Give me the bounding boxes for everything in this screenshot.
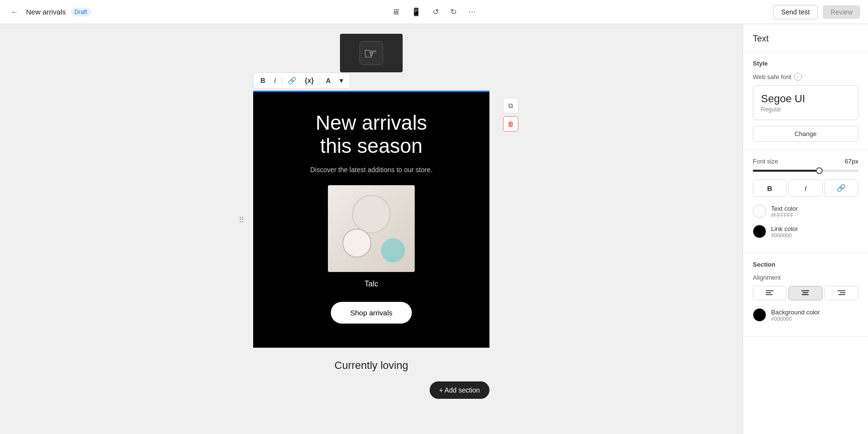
text-color-labels: Text color #FFFFFF bbox=[771, 205, 798, 218]
align-right-button[interactable] bbox=[825, 286, 858, 300]
text-color-label: Text color bbox=[771, 205, 798, 212]
currently-loving-text: Currently loving bbox=[253, 348, 489, 378]
canvas-area: ☞ B I 🔗 {x} A ▾ ⠿ ⧉ bbox=[0, 24, 743, 434]
align-left-icon bbox=[766, 290, 773, 296]
web-safe-row: Web safe font i bbox=[753, 73, 858, 81]
align-center-button[interactable] bbox=[788, 286, 822, 300]
draft-badge: Draft bbox=[71, 8, 91, 16]
format-toolbar: B I 🔗 {x} A ▾ bbox=[253, 72, 350, 89]
logo-block: ☞ bbox=[340, 34, 403, 72]
align-center-icon bbox=[801, 290, 809, 296]
right-panel: Text Style Web safe font i Segoe UI Regu… bbox=[743, 24, 868, 434]
font-size-slider-thumb[interactable] bbox=[816, 167, 823, 174]
desktop-view-button[interactable]: 🖥 bbox=[389, 6, 403, 18]
bg-color-labels: Background color #000000 bbox=[771, 309, 820, 322]
font-size-label: Font size bbox=[753, 158, 778, 165]
product-image[interactable] bbox=[328, 185, 415, 272]
svg-rect-10 bbox=[839, 294, 845, 295]
font-style: Regular bbox=[761, 106, 850, 113]
email-content-section: ⠿ ⧉ 🗑 New arrivals this season Discover … bbox=[253, 91, 489, 348]
topbar-right: Send test Review bbox=[485, 5, 860, 19]
change-font-button[interactable]: Change bbox=[753, 126, 858, 142]
style-label: Style bbox=[753, 60, 858, 67]
align-left-button[interactable] bbox=[753, 286, 787, 300]
more-format-button[interactable]: ▾ bbox=[336, 75, 347, 86]
document-title: New arrivals bbox=[26, 8, 66, 16]
topbar: ← New arrivals Draft 🖥 📱 ↺ ↻ ⋯ Send test… bbox=[0, 0, 868, 24]
toolbar-divider bbox=[282, 76, 282, 85]
product-name: Talc bbox=[268, 280, 475, 288]
svg-rect-5 bbox=[801, 290, 809, 291]
link-button[interactable]: 🔗 bbox=[825, 179, 858, 197]
redo-button[interactable]: ↻ bbox=[448, 5, 460, 18]
svg-rect-2 bbox=[766, 290, 773, 291]
send-test-button[interactable]: Send test bbox=[773, 5, 818, 19]
italic-button[interactable]: I bbox=[788, 179, 822, 197]
font-name: Segoe UI bbox=[761, 93, 850, 105]
link-color-hex: #000000 bbox=[771, 232, 798, 238]
logo-icon: ☞ bbox=[359, 41, 384, 66]
alignment-row bbox=[753, 286, 858, 300]
email-subtext: Discover the latest additions to our sto… bbox=[268, 166, 475, 174]
link-format-button[interactable]: 🔗 bbox=[284, 75, 300, 86]
product-visual bbox=[328, 185, 415, 272]
align-right-icon bbox=[838, 290, 845, 296]
bg-color-swatch[interactable] bbox=[753, 308, 766, 322]
link-color-row: Link color #000000 bbox=[753, 225, 858, 238]
shop-arrivals-button[interactable]: Shop arrivals bbox=[331, 302, 412, 324]
font-size-slider-fill bbox=[753, 170, 818, 172]
svg-rect-7 bbox=[802, 294, 809, 295]
product-circle-1 bbox=[352, 195, 391, 233]
more-options-button[interactable]: ⋯ bbox=[465, 5, 479, 18]
text-color-row: Text color #FFFFFF bbox=[753, 204, 858, 218]
link-color-swatch[interactable] bbox=[753, 225, 766, 238]
svg-rect-3 bbox=[766, 292, 771, 293]
bg-color-hex: #000000 bbox=[771, 316, 820, 322]
text-color-swatch[interactable] bbox=[753, 204, 766, 218]
bold-format-button[interactable]: B bbox=[257, 75, 269, 86]
mobile-view-button[interactable]: 📱 bbox=[408, 5, 424, 18]
info-icon[interactable]: i bbox=[794, 73, 802, 81]
font-size-slider-track bbox=[753, 170, 858, 172]
product-accent bbox=[381, 238, 405, 262]
bg-color-row: Background color #000000 bbox=[753, 308, 858, 322]
style-section: Style Web safe font i Segoe UI Regular C… bbox=[743, 52, 868, 150]
svg-rect-6 bbox=[803, 292, 808, 293]
color-format-button[interactable]: A bbox=[322, 75, 335, 86]
toolbar-divider-2 bbox=[320, 76, 320, 85]
svg-rect-8 bbox=[838, 290, 845, 291]
font-size-row: Font size 67px bbox=[753, 158, 858, 165]
add-section-bar: + Add section bbox=[253, 381, 489, 399]
topbar-left: ← New arrivals Draft bbox=[8, 6, 383, 18]
email-header: ☞ bbox=[253, 34, 489, 72]
duplicate-section-button[interactable]: ⧉ bbox=[503, 98, 518, 113]
alignment-label: Alignment bbox=[753, 274, 781, 281]
italic-format-button[interactable]: I bbox=[270, 75, 280, 86]
back-button[interactable]: ← bbox=[8, 6, 21, 18]
topbar-center: 🖥 📱 ↺ ↻ ⋯ bbox=[389, 5, 479, 18]
link-color-labels: Link color #000000 bbox=[771, 225, 798, 238]
email-preview: ☞ B I 🔗 {x} A ▾ ⠿ ⧉ bbox=[253, 34, 489, 399]
svg-rect-9 bbox=[840, 292, 845, 293]
section-drag-handle[interactable]: ⠿ bbox=[239, 215, 244, 224]
text-color-hex: #FFFFFF bbox=[771, 212, 798, 218]
section-panel-section: Section Alignment Background colo bbox=[743, 253, 868, 337]
font-display-card: Segoe UI Regular bbox=[753, 85, 858, 120]
panel-title: Text bbox=[743, 24, 868, 52]
review-button[interactable]: Review bbox=[823, 5, 860, 19]
text-format-row: B I 🔗 bbox=[753, 179, 858, 197]
add-section-button[interactable]: + Add section bbox=[430, 381, 489, 399]
svg-rect-4 bbox=[766, 294, 773, 295]
web-safe-label: Web safe font bbox=[753, 73, 791, 81]
email-headline: New arrivals this season bbox=[268, 111, 475, 158]
alignment-label-row: Alignment bbox=[753, 274, 858, 281]
svg-text:☞: ☞ bbox=[364, 45, 378, 62]
product-circle-2 bbox=[342, 229, 371, 258]
section-actions: ⧉ 🗑 bbox=[503, 98, 518, 132]
delete-section-button[interactable]: 🗑 bbox=[503, 116, 518, 132]
undo-button[interactable]: ↺ bbox=[430, 5, 442, 18]
bg-color-label: Background color bbox=[771, 309, 820, 316]
font-size-section: Font size 67px B I 🔗 Text color #FFFFFF bbox=[743, 150, 868, 253]
bold-button[interactable]: B bbox=[753, 179, 787, 197]
variable-format-button[interactable]: {x} bbox=[301, 75, 318, 86]
